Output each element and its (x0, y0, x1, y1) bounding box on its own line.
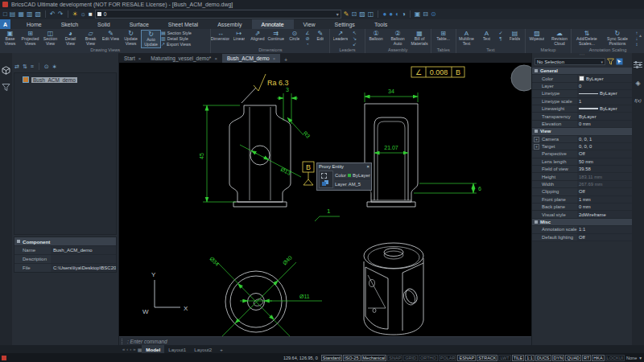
edit-view-button[interactable]: ✎Edit View (101, 30, 121, 47)
tab-sheet-metal[interactable]: Sheet Metal (159, 19, 208, 29)
component-file-value[interactable]: C:\Users\liya\Desktop\BSC2020_DE (51, 264, 116, 272)
next-tab-icon[interactable]: › (130, 347, 131, 352)
scale-up-icon[interactable]: ↑ (635, 31, 638, 35)
prop-row-height[interactable]: Height183.11 mm (532, 173, 632, 180)
aligned-button[interactable]: ⇗Aligned (248, 30, 266, 47)
toggle-dyn[interactable]: DYN (552, 355, 565, 361)
prop-row-transparency[interactable]: TransparencyByLayer (532, 113, 632, 120)
view-box-icon[interactable]: ▣ (415, 10, 421, 18)
prop-row-elevation[interactable]: Elevation0 mm (532, 121, 632, 128)
prop-row-color[interactable]: ColorByLayer (532, 75, 632, 82)
section-general[interactable]: General (532, 68, 632, 75)
list-icon[interactable]: ≡ (31, 64, 34, 69)
edit-pencil-icon[interactable]: ✎ (344, 10, 349, 18)
section-style-button[interactable]: ▤Section Style (161, 31, 201, 35)
prop-row-camera[interactable]: +Camera0, 0, 1 (532, 136, 632, 143)
close-icon[interactable]: × (138, 56, 142, 61)
plot-icon[interactable]: ▥ (27, 10, 33, 18)
property-filter-icon[interactable] (607, 58, 614, 65)
prop-row-perspective[interactable]: PerspectiveOff (532, 150, 632, 158)
print-icon[interactable]: ▧ (35, 10, 42, 18)
auto-update-button[interactable]: ↻Auto Update (141, 30, 161, 48)
wipeout-button[interactable]: ▨Wipeout (526, 30, 548, 47)
sync-scale-positions-button[interactable]: ↻Sync Scale Positions (602, 30, 633, 47)
properties-sliders-icon[interactable] (634, 61, 642, 68)
section-view-button[interactable]: ◫Section View (40, 30, 60, 47)
circle-button[interactable]: ⊙Circle (285, 30, 303, 47)
prop-row-linetype-scale[interactable]: Linetype scale1 (532, 98, 632, 105)
detail-style-button[interactable]: ▥Detail Style (161, 36, 201, 41)
sun-icon[interactable]: ◑ (402, 10, 406, 18)
mechanical-browser-icon[interactable] (2, 66, 10, 75)
new-layout-button[interactable]: + (216, 345, 227, 353)
balloon-button[interactable]: ①Balloon (365, 30, 387, 47)
prop-row-target[interactable]: +Target0, 0, 0 (532, 143, 632, 150)
update-views-button[interactable]: ↻Update Views (121, 30, 141, 47)
dimension-button[interactable]: ↔Dimension (211, 30, 229, 47)
table-button[interactable]: ⊞Table... (431, 30, 456, 47)
sheet-icon[interactable]: ⊟ (423, 10, 428, 18)
balloon-auto-button[interactable]: ②Balloon Auto (387, 30, 409, 47)
expand-icon[interactable]: + (534, 137, 539, 142)
export-views-button[interactable]: ↗Export Views (161, 42, 201, 47)
tab-sketch[interactable]: Sketch (52, 19, 88, 29)
diameter-dim-icon[interactable]: ⊘ (305, 36, 309, 41)
leader-style-icon[interactable]: ↖ (353, 31, 357, 35)
match-properties-icon[interactable]: ⊡ (352, 10, 357, 18)
first-tab-icon[interactable]: « (122, 347, 125, 352)
section-misc[interactable]: Misc (532, 219, 632, 226)
select-entities-icon[interactable] (616, 58, 623, 65)
prop-row-clipping[interactable]: ClippingOff (532, 188, 632, 195)
arc-dim-icon[interactable]: ◔ (306, 42, 309, 47)
filter-icon[interactable] (2, 83, 10, 92)
render-sphere-icon[interactable]: ● (382, 10, 386, 18)
side-view[interactable] (365, 104, 418, 207)
app-menu-button[interactable]: A (0, 19, 10, 29)
chevron-down-icon[interactable]: ▾ (336, 11, 339, 17)
paragraph-icon[interactable]: ¶ (499, 36, 502, 41)
materials-icon[interactable]: ● (389, 10, 393, 18)
toggle-hka[interactable]: HKA (592, 355, 604, 361)
tree-item-bush-acm-demo[interactable]: Bush_ACM_demo (23, 76, 77, 83)
bill-of-materials-button[interactable]: ▦Bill of Materials (409, 30, 431, 47)
annotation-scale-field[interactable]: 1:1 (525, 355, 535, 361)
tab-home[interactable]: Home (17, 19, 52, 29)
search-icon[interactable]: ⊙ (431, 10, 436, 18)
color-swatch-icon[interactable]: ■ (89, 10, 93, 18)
leader-add-icon[interactable]: ↘ (353, 36, 357, 41)
continue-button[interactable]: ⇉Continue (266, 30, 285, 47)
prop-row-linetype[interactable]: LinetypeByLayer (532, 90, 632, 97)
leaders-button[interactable]: ↗Leaders (330, 30, 350, 47)
detail-view-bubble[interactable] (511, 65, 531, 91)
close-icon[interactable]: × (214, 56, 217, 61)
isometric-view[interactable] (364, 243, 423, 335)
hatch-icon[interactable]: ▨ (359, 10, 365, 18)
prop-row-lens-length[interactable]: Lens length50 mm (532, 158, 632, 166)
edit-dim-button[interactable]: ✎Edit (311, 30, 329, 47)
component-panel-header[interactable]: Component (14, 237, 116, 245)
toggle-quad[interactable]: QUAD (565, 355, 581, 361)
block-icon[interactable]: ◫ (368, 10, 374, 18)
toggle-snap[interactable]: SNAP (387, 355, 402, 361)
dim-style-field[interactable]: ISO-25 (343, 355, 360, 361)
layout-tab-model[interactable]: Model (142, 345, 164, 353)
prop-row-field-of-view[interactable]: Field of view39.58 (532, 166, 632, 173)
fields-button[interactable]: ▤Fields (505, 30, 525, 47)
toggle-ducs[interactable]: DUCS (535, 355, 551, 361)
doc-tab-bush-acm-demo[interactable]: Bush_ACM_demo× (222, 54, 280, 63)
toggle-ortho[interactable]: ORTHO (419, 355, 438, 361)
base-views-button[interactable]: ▣Base Views (0, 30, 20, 47)
doc-tab-maturating-vessel[interactable]: Maturating_vessel_demo*× (146, 54, 222, 63)
tab-annotate[interactable]: Annotate (252, 19, 294, 29)
component-description-value[interactable] (51, 255, 116, 263)
tab-solid[interactable]: Solid (88, 19, 120, 29)
search-icon[interactable]: ⊙ (44, 64, 49, 70)
undo-icon[interactable]: ↶ (50, 10, 56, 18)
workspace-field[interactable]: Mechanical (361, 355, 387, 361)
text-button[interactable]: AText (477, 30, 497, 47)
prop-row-default-lighting[interactable]: Default lightingOff (532, 234, 632, 241)
layer-combobox[interactable]: 0 ▾ (95, 10, 341, 19)
prop-row-width[interactable]: Width267.69 mm (532, 181, 632, 188)
projected-views-button[interactable]: ⊞Projected Views (20, 30, 40, 47)
redo-icon[interactable]: ↷ (58, 10, 64, 18)
